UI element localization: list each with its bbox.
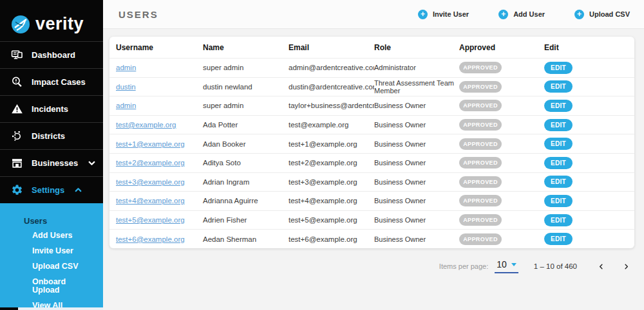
sidebar-bottom-strip	[0, 307, 18, 310]
table-body: admin super admin admin@ardentcreative.c…	[109, 58, 634, 248]
role-cell: Business Owner	[374, 159, 459, 167]
submenu-item-add-users[interactable]: Add Users	[32, 232, 82, 240]
edit-button[interactable]: EDIT	[544, 176, 573, 188]
name-cell: dustin newland	[203, 83, 289, 91]
table-row: admin super admin taylor+business@ardent…	[109, 96, 634, 115]
table-row: test+5@example.org Adrien Fisher test+5@…	[109, 210, 634, 230]
approved-badge[interactable]: APPROVED	[459, 62, 502, 73]
edit-button[interactable]: EDIT	[544, 100, 573, 112]
email-cell: test+1@example.org	[289, 140, 374, 148]
submenu-item-onboard-upload[interactable]: Onboard Upload	[32, 278, 82, 295]
username-link[interactable]: admin	[116, 102, 136, 109]
approved-badge[interactable]: APPROVED	[459, 176, 502, 188]
edit-button[interactable]: EDIT	[544, 80, 573, 93]
name-cell: Adrianna Aguirre	[203, 197, 289, 205]
chevron-down-icon	[88, 159, 96, 167]
approved-badge[interactable]: APPROVED	[459, 233, 502, 245]
sidebar-item-label: Businesses	[32, 158, 78, 168]
verity-globe-icon	[10, 14, 31, 35]
column-header-approved: Approved	[459, 43, 544, 52]
table-row: dustin dustin newland dustin@ardentcreat…	[109, 77, 634, 96]
sidebar-item-districts[interactable]: Districts	[0, 122, 103, 149]
role-cell: Business Owner	[374, 216, 459, 224]
username-link[interactable]: test+5@example.org	[116, 216, 185, 224]
role-cell: Administrator	[374, 64, 459, 71]
edit-button[interactable]: EDIT	[544, 138, 573, 150]
email-cell: test+6@example.org	[289, 235, 374, 243]
role-cell: Business Owner	[374, 235, 459, 243]
sidebar-item-label: Impact Cases	[32, 77, 86, 87]
username-link[interactable]: test+2@example.org	[116, 159, 185, 167]
next-page-button[interactable]	[619, 262, 634, 271]
add-user-button[interactable]: Add User	[498, 10, 545, 19]
incidents-icon	[11, 103, 23, 115]
table-header-row: Username Name Email Role Approved Edit	[109, 37, 634, 58]
previous-page-button[interactable]	[594, 262, 609, 271]
approved-badge[interactable]: APPROVED	[459, 214, 502, 226]
add-user-label: Add User	[513, 10, 545, 18]
submenu-item-view-all[interactable]: View All	[32, 302, 82, 307]
submenu-item-invite-user[interactable]: Invite User	[32, 247, 82, 255]
name-cell: Adrian Ingram	[203, 178, 289, 186]
sidebar-item-incidents[interactable]: Incidents	[0, 95, 103, 122]
username-link[interactable]: admin	[116, 64, 136, 71]
table-row: test+3@example.org Adrian Ingram test+3@…	[109, 172, 634, 192]
email-cell: test+5@example.org	[289, 216, 374, 224]
edit-button[interactable]: EDIT	[544, 214, 573, 226]
plus-circle-icon	[418, 10, 428, 19]
approved-badge[interactable]: APPROVED	[459, 81, 502, 93]
email-cell: dustin@ardentcreative.com	[289, 83, 374, 91]
brand-logo[interactable]: verity	[0, 0, 103, 40]
sidebar-item-label: Dashboard	[32, 50, 75, 60]
invite-user-button[interactable]: Invite User	[418, 10, 469, 19]
role-cell: Business Owner	[374, 197, 459, 205]
sidebar-item-businesses[interactable]: Businesses	[0, 149, 103, 176]
sidebar-nav: Dashboard Impact Cases Incidents	[0, 41, 103, 203]
submenu-item-upload-csv[interactable]: Upload CSV	[32, 262, 82, 271]
chevron-right-icon	[623, 263, 630, 270]
approved-badge[interactable]: APPROVED	[459, 119, 502, 131]
username-link[interactable]: test+1@example.org	[116, 140, 185, 148]
name-cell: Ada Potter	[203, 121, 289, 129]
approved-badge[interactable]: APPROVED	[459, 138, 502, 150]
invite-user-label: Invite User	[433, 10, 469, 18]
sidebar-item-impact-cases[interactable]: Impact Cases	[0, 68, 103, 95]
username-link[interactable]: test+4@example.org	[116, 197, 185, 205]
sidebar-item-dashboard[interactable]: Dashboard	[0, 41, 103, 68]
email-cell: test+2@example.org	[289, 159, 374, 167]
username-link[interactable]: dustin	[116, 83, 136, 91]
column-header-role: Role	[374, 43, 459, 52]
username-link[interactable]: test@example.org	[116, 121, 176, 129]
column-header-email: Email	[289, 43, 374, 52]
edit-button[interactable]: EDIT	[544, 157, 573, 169]
role-cell: Threat Assessment Team Member	[374, 79, 459, 95]
username-link[interactable]: test+6@example.org	[116, 235, 185, 243]
approved-badge[interactable]: APPROVED	[459, 195, 502, 206]
page-title: USERS	[118, 9, 158, 20]
sidebar-item-label: Settings	[32, 185, 64, 195]
sidebar: verity Dashboard Impact Cases	[0, 0, 103, 310]
items-per-page-label: Items per page:	[439, 262, 488, 270]
approved-badge[interactable]: APPROVED	[459, 100, 502, 111]
businesses-icon	[11, 157, 23, 169]
upload-csv-button[interactable]: Upload CSV	[574, 10, 630, 19]
users-table-card: Username Name Email Role Approved Edit a…	[109, 37, 634, 248]
sidebar-item-label: Districts	[32, 131, 65, 141]
table-row: test+6@example.org Aedan Sherman test+6@…	[109, 229, 634, 248]
name-cell: Adan Booker	[203, 140, 289, 148]
email-cell: test@example.org	[289, 121, 374, 129]
sidebar-bottom-strip-light	[18, 307, 103, 310]
edit-button[interactable]: EDIT	[544, 119, 573, 131]
approved-badge[interactable]: APPROVED	[459, 157, 502, 169]
email-cell: test+4@example.org	[289, 197, 374, 205]
username-link[interactable]: test+3@example.org	[116, 178, 185, 186]
edit-button[interactable]: EDIT	[544, 195, 573, 207]
districts-icon	[11, 130, 23, 142]
page-header: USERS Invite User Add User Upload CSV	[103, 0, 644, 29]
items-per-page-select[interactable]: 10	[495, 259, 518, 273]
edit-button[interactable]: EDIT	[544, 233, 573, 245]
sidebar-item-settings[interactable]: Settings	[0, 176, 103, 203]
edit-button[interactable]: EDIT	[544, 62, 573, 74]
email-cell: taylor+business@ardentcreative	[289, 102, 374, 109]
email-cell: admin@ardentcreative.com	[289, 64, 374, 71]
